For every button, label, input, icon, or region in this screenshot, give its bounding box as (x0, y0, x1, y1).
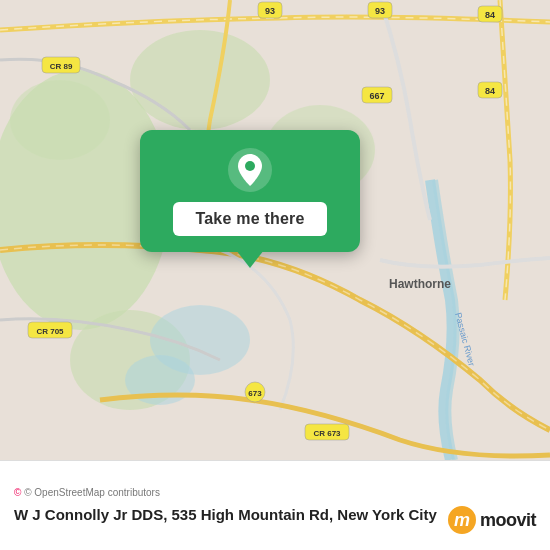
svg-text:673: 673 (248, 389, 262, 398)
svg-point-31 (245, 161, 255, 171)
svg-text:84: 84 (485, 10, 495, 20)
svg-text:93: 93 (375, 6, 385, 16)
location-popup: Take me there (140, 130, 360, 252)
svg-text:CR 705: CR 705 (36, 327, 64, 336)
svg-text:84: 84 (485, 86, 495, 96)
moovit-text: moovit (480, 510, 536, 531)
take-me-there-button[interactable]: Take me there (173, 202, 326, 236)
svg-text:CR 673: CR 673 (313, 429, 341, 438)
bottom-bar: © © OpenStreetMap contributors W J Conno… (0, 460, 550, 550)
location-pin-icon (228, 148, 272, 192)
svg-text:93: 93 (265, 6, 275, 16)
attribution-text: © OpenStreetMap contributors (24, 487, 160, 498)
map-attribution: © © OpenStreetMap contributors (14, 487, 536, 498)
map-area: 93 93 84 84 667 CR 675 673 CR 673 CR 705… (0, 0, 550, 460)
svg-point-5 (10, 80, 110, 160)
svg-text:Hawthorne: Hawthorne (389, 277, 451, 291)
moovit-m-icon: m (448, 506, 476, 534)
svg-point-2 (130, 30, 270, 130)
svg-text:CR 89: CR 89 (50, 62, 73, 71)
moovit-logo: m moovit (448, 506, 536, 534)
osm-copyright: © (14, 487, 21, 498)
svg-text:667: 667 (369, 91, 384, 101)
